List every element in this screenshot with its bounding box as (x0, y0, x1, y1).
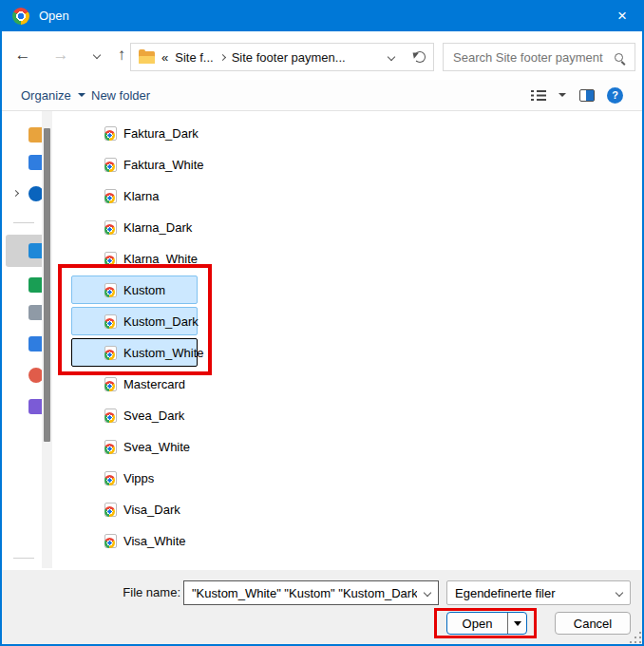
file-item[interactable]: Visa_White (71, 526, 198, 555)
chrome-file-icon (104, 346, 117, 360)
list-view-icon (531, 89, 546, 101)
file-name: Kustom (123, 283, 165, 297)
navigation-pane (2, 111, 42, 568)
organize-button[interactable]: Organize (21, 80, 85, 110)
breadcrumb-item-current[interactable]: Site footer paymen... (232, 50, 346, 65)
videos-icon[interactable] (28, 399, 42, 414)
resize-grip-icon[interactable] (635, 636, 636, 638)
file-name-label: File name: (57, 585, 180, 599)
open-file-dialog: Open × ← → ↑ « Site f... Site footer pay… (0, 0, 644, 646)
chrome-file-icon (104, 503, 117, 517)
divider (13, 222, 34, 223)
cancel-button[interactable]: Cancel (555, 612, 631, 635)
scrollbar-thumb[interactable] (44, 128, 50, 442)
file-name: Kustom_Dark (123, 314, 199, 329)
dialog-footer: File name: Egendefinerte filer Open Canc… (2, 570, 642, 644)
file-item[interactable]: Vipps (71, 464, 198, 492)
file-item[interactable]: Klarna (71, 181, 198, 210)
help-button[interactable]: ? (607, 80, 623, 110)
folder-icon (139, 51, 155, 64)
titlebar: Open × (0, 0, 644, 31)
home-icon[interactable] (28, 127, 42, 142)
file-name-dropdown-icon[interactable] (417, 581, 438, 604)
file-type-select[interactable]: Egendefinerte filer (446, 580, 631, 605)
file-name: Klarna_White (123, 252, 198, 266)
file-item[interactable]: Kustom (71, 276, 198, 304)
file-item[interactable]: Mastercard (71, 370, 198, 398)
file-name: Svea_White (123, 440, 190, 454)
chrome-file-icon (104, 220, 117, 235)
file-item[interactable]: Kustom_Dark (71, 307, 198, 335)
chrome-file-icon (104, 283, 117, 297)
search-box (443, 43, 635, 71)
chevron-down-icon (559, 93, 566, 97)
music-icon[interactable] (28, 368, 42, 383)
file-name-combobox (183, 580, 439, 605)
chrome-file-icon (104, 377, 117, 391)
chrome-file-icon (104, 440, 117, 454)
sidebar-scrollbar[interactable] (42, 111, 52, 568)
window-title: Open (39, 9, 69, 23)
chrome-file-icon (104, 471, 117, 485)
pictures-icon[interactable] (28, 336, 42, 352)
file-type-value: Egendefinerte filer (447, 586, 609, 600)
file-item[interactable]: Kustom_White (71, 338, 198, 367)
chrome-file-icon (104, 314, 117, 329)
file-name: Svea_Dark (123, 408, 184, 423)
file-name: Faktura_Dark (123, 126, 199, 141)
recent-locations-chevron-icon[interactable] (84, 42, 110, 68)
chevron-down-icon (78, 93, 85, 97)
close-icon[interactable]: × (601, 0, 643, 31)
chrome-file-icon (104, 126, 117, 141)
change-view-button[interactable] (531, 80, 546, 110)
gallery-icon[interactable] (28, 155, 42, 170)
file-item[interactable]: Visa_Dark (71, 495, 198, 523)
file-name-input[interactable] (184, 586, 417, 600)
file-list: Faktura_DarkFaktura_WhiteKlarnaKlarna_Da… (52, 111, 642, 568)
refresh-icon[interactable] (414, 51, 426, 63)
chrome-file-icon (104, 534, 117, 548)
open-split-dropdown[interactable] (507, 613, 526, 634)
forward-button[interactable]: → (47, 42, 74, 68)
search-input[interactable] (451, 49, 609, 66)
breadcrumb-item-root[interactable]: Site f... (175, 50, 213, 65)
file-name: Mastercard (123, 377, 185, 391)
onedrive-icon[interactable] (28, 186, 42, 201)
view-options-dropdown[interactable] (559, 80, 566, 110)
desktop-icon[interactable] (28, 243, 42, 258)
back-button[interactable]: ← (9, 42, 36, 68)
preview-pane-icon (579, 89, 595, 102)
chrome-icon (12, 8, 29, 25)
file-name: Visa_Dark (123, 503, 180, 517)
file-name: Kustom_White (123, 346, 204, 360)
file-item[interactable]: Klarna_White (71, 244, 198, 273)
navigation-bar: ← → ↑ « Site f... Site footer paymen... (2, 31, 642, 80)
file-item[interactable]: Faktura_Dark (71, 119, 198, 147)
help-icon: ? (607, 87, 623, 104)
divider (13, 558, 34, 559)
documents-icon[interactable] (28, 305, 42, 320)
address-dropdown-icon[interactable] (388, 53, 395, 61)
chrome-file-icon (104, 189, 117, 203)
file-item[interactable]: Svea_Dark (71, 401, 198, 429)
breadcrumb-separator-icon (219, 53, 226, 60)
breadcrumb: « Site f... Site footer paymen... (130, 43, 434, 71)
file-item[interactable]: Svea_White (71, 432, 198, 461)
search-icon[interactable] (615, 53, 623, 62)
chrome-file-icon (104, 158, 117, 172)
new-folder-button[interactable]: New folder (91, 80, 150, 110)
downloads-icon[interactable] (28, 277, 42, 293)
chevron-down-icon (514, 621, 521, 626)
file-name: Visa_White (123, 534, 186, 548)
file-item[interactable]: Klarna_Dark (71, 213, 198, 241)
chrome-file-icon (104, 408, 117, 423)
open-button[interactable]: Open (446, 612, 527, 635)
expand-chevron-icon[interactable] (12, 190, 19, 197)
preview-pane-button[interactable] (579, 80, 595, 110)
file-name: Vipps (123, 471, 154, 485)
breadcrumb-collapsed[interactable]: « (161, 50, 168, 65)
file-name: Faktura_White (123, 158, 204, 172)
file-type-dropdown-icon (609, 581, 630, 604)
file-item[interactable]: Faktura_White (71, 150, 198, 179)
chrome-file-icon (104, 252, 117, 266)
